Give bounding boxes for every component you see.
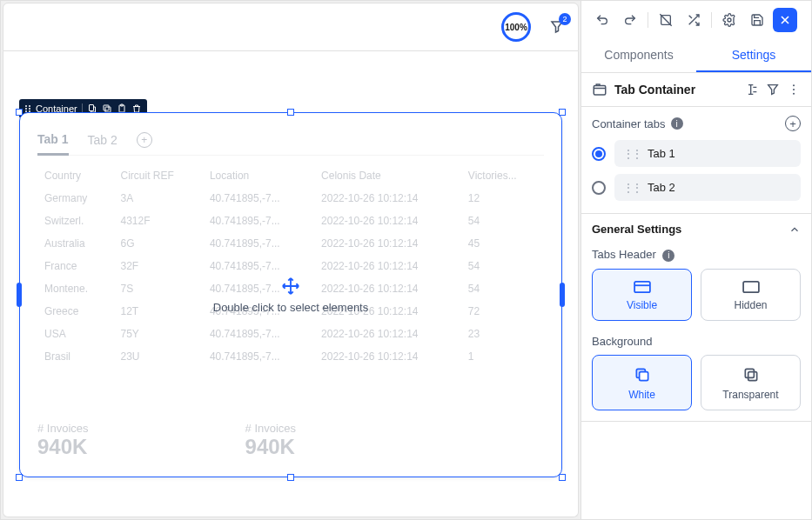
svg-rect-8 (104, 105, 109, 110)
add-container-tab-button[interactable]: + (785, 116, 801, 131)
data-table: CountryCircuit REFLocationCelonis DateVi… (37, 164, 544, 368)
zoom-badge[interactable]: 100% (501, 12, 531, 42)
svg-point-2 (25, 108, 27, 110)
tab-chip-1[interactable]: ⋮⋮ Tab 1 (614, 140, 801, 167)
filter-count-badge: 2 (559, 13, 571, 25)
deselect-button[interactable] (654, 8, 678, 32)
table-row: Greece12T40.741895,-7...2022-10-26 10:12… (37, 300, 544, 323)
table-header[interactable]: Victories... (461, 164, 544, 187)
rename-icon[interactable] (745, 83, 759, 97)
svg-point-14 (793, 84, 795, 86)
save-icon (750, 13, 764, 27)
settings-panel: Components Settings Tab Container Contai… (581, 1, 811, 519)
table-row: Brasil23U40.741895,-7...2022-10-26 10:12… (37, 345, 544, 368)
svg-point-12 (728, 18, 731, 22)
svg-rect-21 (745, 369, 754, 377)
selected-container[interactable]: Double click to select elements Tab 1 Ta… (19, 112, 562, 477)
redo-button[interactable] (618, 8, 642, 32)
shuffle-button[interactable] (681, 8, 706, 32)
table-row: Germany3A40.741895,-7...2022-10-26 10:12… (37, 187, 544, 210)
tabs-header-options: Visible Hidden (581, 269, 811, 331)
svg-rect-17 (634, 281, 650, 291)
kpi-card: # Invoices 940K (245, 422, 297, 459)
svg-point-15 (793, 89, 795, 90)
filter-button[interactable]: 2 (547, 17, 567, 37)
close-icon (778, 13, 792, 27)
settings-gear-button[interactable] (717, 8, 742, 32)
container-tabs-section: Container tabs i + ⋮⋮ Tab 1 ⋮⋮ Tab 2 (581, 107, 811, 213)
canvas-topbar: 100% 2 (3, 3, 579, 51)
general-settings-toggle[interactable]: General Settings (581, 214, 811, 244)
bg-white-icon (634, 366, 651, 383)
info-icon[interactable]: i (662, 250, 674, 262)
svg-point-1 (29, 105, 30, 107)
bg-transparent-icon (742, 366, 760, 383)
info-icon[interactable]: i (671, 117, 683, 130)
table-row: Montene.7S40.741895,-7...2022-10-26 10:1… (37, 277, 544, 300)
tab-radio-1[interactable] (592, 147, 606, 161)
canvas-body[interactable]: Container Double click to select element… (3, 51, 579, 517)
shuffle-icon (687, 13, 701, 27)
option-transparent[interactable]: Transparent (701, 355, 801, 410)
option-hidden[interactable]: Hidden (701, 269, 801, 321)
general-settings-section: General Settings Tabs Header i Visible H… (581, 213, 811, 422)
deselect-icon (659, 13, 673, 27)
svg-point-3 (29, 108, 30, 110)
panel-tabs: Components Settings (581, 39, 811, 73)
tab-components[interactable]: Components (581, 39, 696, 72)
close-button[interactable] (773, 8, 797, 32)
svg-rect-6 (89, 105, 93, 111)
table-header[interactable]: Country (37, 164, 113, 187)
redo-icon (623, 13, 637, 27)
table-header[interactable]: Circuit REF (113, 164, 202, 187)
option-visible[interactable]: Visible (592, 269, 692, 321)
background-options: White Transparent (581, 355, 811, 421)
container-tab-row: ⋮⋮ Tab 1 (592, 140, 801, 167)
svg-rect-20 (639, 371, 648, 380)
tab-container-icon (592, 82, 607, 97)
svg-point-0 (25, 105, 27, 107)
panel-toolbar (581, 1, 811, 39)
drag-handle-icon[interactable]: ⋮⋮ (623, 182, 641, 194)
table-row: Australia6G40.741895,-7...2022-10-26 10:… (37, 232, 544, 255)
drag-handle-icon[interactable]: ⋮⋮ (623, 148, 641, 160)
svg-rect-22 (748, 371, 756, 380)
table-header[interactable]: Celonis Date (314, 164, 461, 187)
table-header[interactable]: Location (203, 164, 314, 187)
container-tab-row: ⋮⋮ Tab 2 (592, 174, 801, 201)
undo-button[interactable] (590, 8, 614, 32)
filter-icon[interactable] (766, 83, 780, 97)
add-tab-button[interactable]: + (137, 132, 152, 148)
tab-settings[interactable]: Settings (696, 39, 811, 72)
svg-rect-18 (743, 281, 759, 291)
component-title-row: Tab Container (581, 73, 811, 107)
undo-icon (595, 13, 609, 27)
container-content: Tab 1 Tab 2 + CountryCircuit REFLocation… (20, 113, 561, 477)
save-button[interactable] (745, 8, 769, 32)
table-row: Switzerl.4312F40.741895,-7...2022-10-26 … (37, 210, 544, 232)
svg-rect-13 (594, 86, 606, 96)
svg-point-16 (793, 93, 795, 95)
tab-1[interactable]: Tab 1 (37, 125, 69, 156)
tab-2[interactable]: Tab 2 (88, 126, 117, 154)
tab-chip-2[interactable]: ⋮⋮ Tab 2 (614, 174, 801, 201)
table-row: France32F40.741895,-7...2022-10-26 10:12… (37, 255, 544, 277)
kpi-card: # Invoices 940K (37, 422, 89, 459)
table-row: USA75Y40.741895,-7...2022-10-26 10:12:14… (37, 323, 544, 345)
more-icon[interactable] (787, 83, 801, 97)
tab-radio-2[interactable] (592, 181, 606, 195)
header-hidden-icon (742, 280, 761, 294)
chevron-up-icon (789, 223, 801, 236)
header-visible-icon (633, 280, 652, 294)
gear-icon (722, 13, 736, 27)
option-white[interactable]: White (592, 355, 692, 410)
canvas-area: 100% 2 Container (1, 1, 581, 519)
